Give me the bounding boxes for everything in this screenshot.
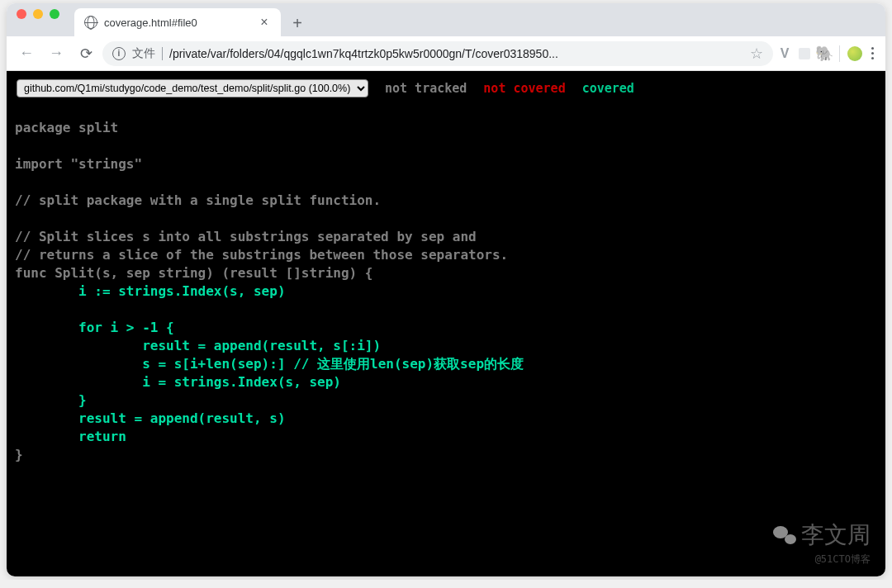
close-tab-button[interactable]: × bbox=[258, 15, 271, 30]
forward-button[interactable]: → bbox=[43, 40, 69, 67]
watermark-sub: @51CTO博客 bbox=[773, 552, 871, 567]
source-code: package split import "strings" // split … bbox=[7, 106, 885, 477]
code-line: import "strings" bbox=[15, 156, 142, 172]
extension-separator bbox=[839, 45, 840, 62]
code-line-covered: return bbox=[15, 429, 126, 444]
url-divider bbox=[162, 47, 163, 60]
new-tab-button[interactable]: + bbox=[286, 12, 309, 35]
code-line-covered: i := strings.Index(s, sep) bbox=[15, 283, 286, 299]
globe-icon bbox=[84, 16, 97, 29]
window-controls bbox=[17, 3, 59, 36]
code-line-covered: s = s[i+len(sep):] // 这里使用len(sep)获取sep的… bbox=[15, 356, 524, 372]
close-window-button[interactable] bbox=[17, 9, 26, 19]
code-line: // returns a slice of the substrings bet… bbox=[15, 247, 508, 263]
code-line: // split package with a single split fun… bbox=[15, 192, 381, 208]
file-select[interactable]: github.com/Q1mi/studygo/code_demo/test_d… bbox=[17, 79, 368, 97]
back-button[interactable]: ← bbox=[13, 40, 40, 67]
code-line-covered: i = strings.Index(s, sep) bbox=[15, 374, 341, 390]
code-line: } bbox=[15, 447, 23, 462]
url-scheme: 文件 bbox=[132, 46, 155, 61]
extension-square-icon[interactable] bbox=[796, 45, 813, 62]
code-line: func Split(s, sep string) (result []stri… bbox=[15, 265, 372, 281]
code-line: // Split slices s into all substrings se… bbox=[15, 229, 477, 244]
legend-covered: covered bbox=[582, 81, 634, 96]
watermark: 李文周 @51CTO博客 bbox=[773, 519, 871, 567]
code-line-covered: } bbox=[15, 392, 87, 408]
bookmark-star-icon[interactable]: ☆ bbox=[750, 45, 763, 63]
url-field[interactable]: i 文件 /private/var/folders/04/qgqlc1wn7kq… bbox=[102, 41, 773, 66]
code-line: package split bbox=[15, 120, 118, 135]
legend-not-tracked: not tracked bbox=[385, 81, 467, 96]
code-line-covered: result = append(result, s[:i]) bbox=[15, 338, 381, 353]
browser-menu-button[interactable] bbox=[866, 47, 879, 59]
coverage-topnav: github.com/Q1mi/studygo/code_demo/test_d… bbox=[7, 71, 885, 106]
browser-tab[interactable]: coverage.html#file0 × bbox=[74, 8, 281, 36]
info-icon[interactable]: i bbox=[112, 47, 126, 60]
address-bar: ← → ⟳ i 文件 /private/var/folders/04/qgqlc… bbox=[7, 36, 885, 71]
watermark-name: 李文周 bbox=[801, 519, 871, 551]
maximize-window-button[interactable] bbox=[50, 9, 59, 19]
tab-bar: coverage.html#file0 × + bbox=[7, 3, 885, 36]
profile-icon[interactable] bbox=[847, 45, 863, 62]
extension-v-icon[interactable]: V bbox=[776, 45, 793, 62]
browser-window: coverage.html#file0 × + ← → ⟳ i 文件 /priv… bbox=[7, 3, 885, 576]
wechat-icon bbox=[773, 526, 796, 544]
code-line-covered: result = append(result, s) bbox=[15, 410, 286, 426]
evernote-extension-icon[interactable]: 🐘 bbox=[816, 45, 833, 62]
tab-title: coverage.html#file0 bbox=[104, 17, 251, 29]
reload-button[interactable]: ⟳ bbox=[73, 40, 99, 67]
url-path: /private/var/folders/04/qgqlc1wn7kq4trtz… bbox=[169, 47, 743, 60]
minimize-window-button[interactable] bbox=[33, 9, 43, 19]
code-line-covered: for i > -1 { bbox=[15, 320, 174, 335]
page-content: github.com/Q1mi/studygo/code_demo/test_d… bbox=[7, 71, 885, 576]
legend-not-covered: not covered bbox=[483, 81, 565, 96]
